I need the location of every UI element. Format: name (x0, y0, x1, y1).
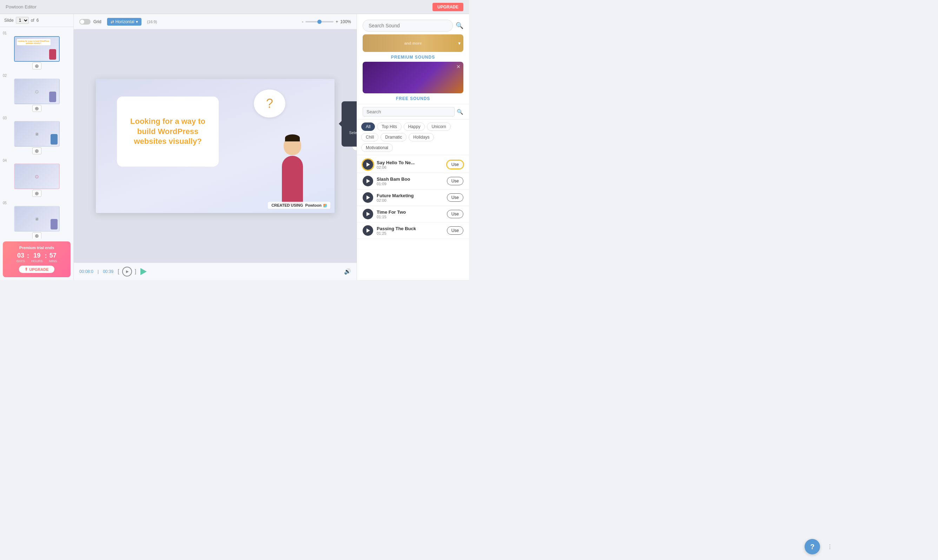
question-bubble: ? (254, 89, 285, 117)
speech-bubble[interactable]: Looking for a way to build WordPress web… (117, 97, 219, 167)
sound-duration: 02:00 (377, 198, 444, 203)
sound-duration: 01:09 (377, 182, 444, 186)
player-play-filled-button[interactable] (140, 268, 147, 275)
toggle-knob (80, 20, 84, 24)
character-hair (285, 134, 300, 142)
player-time-separator: | (98, 269, 99, 274)
upgrade-button-trial[interactable]: ⬆ UPGRADE (19, 266, 54, 273)
upgrade-button[interactable]: UPGRADE (433, 3, 464, 11)
slide-number: 03 (3, 116, 9, 120)
filter-tag-motivational[interactable]: Motivational (361, 143, 393, 152)
zoom-plus-label: + (336, 19, 338, 24)
question-mark: ? (266, 96, 273, 111)
filter-tag-holidays[interactable]: Holidays (409, 133, 434, 142)
play-sound-button[interactable] (363, 192, 373, 203)
list-item[interactable]: 01 Looking for a way to build WordPress … (0, 30, 73, 71)
slide-item-header: 05 (3, 201, 71, 205)
slide-action-button[interactable]: ⊕ (32, 190, 42, 197)
close-banner-button[interactable]: ✕ (456, 64, 461, 69)
slide-thumbnail[interactable]: 🖥 (14, 121, 60, 147)
volume-icon[interactable]: 🔊 (344, 268, 351, 275)
slide-thumbnail[interactable]: 🖥 (14, 206, 60, 232)
list-item: Future Marketing 02:00 Use (357, 189, 469, 206)
list-item: Passing The Buck 01:25 Use (357, 223, 469, 239)
list-item[interactable]: 05 🖥 ⊕ (0, 200, 73, 238)
search-sound-button[interactable]: 🔍 (456, 22, 464, 29)
sound-name: Say Hello To Ne... (377, 160, 444, 165)
slide-canvas[interactable]: Looking for a way to build WordPress web… (96, 79, 334, 213)
list-item[interactable]: 03 🖥 ⊕ (0, 115, 73, 156)
play-sound-button[interactable] (363, 159, 373, 170)
sound-duration: 02:06 (377, 165, 444, 169)
play-sound-button[interactable] (363, 176, 373, 186)
slide-number-select[interactable]: 1 (16, 17, 29, 24)
use-sound-button[interactable]: Use (447, 177, 464, 185)
slide-number: 05 (3, 201, 9, 205)
search-bar-icon: 🔍 (457, 109, 464, 115)
play-sound-button[interactable] (363, 225, 373, 236)
premium-banner-text: and more (404, 41, 422, 45)
play-outline-icon: ▶ (126, 269, 129, 273)
slide-action-button[interactable]: ⊕ (32, 232, 42, 238)
list-item[interactable]: 04 ⊙ ⊕ (0, 157, 73, 198)
filter-tag-all[interactable]: All (361, 123, 375, 131)
zoom-control: - + 100% (302, 19, 351, 24)
use-sound-button[interactable]: Use (447, 193, 464, 202)
topbar-right: UPGRADE (433, 3, 464, 11)
countdown-mins: 57 MINS (49, 252, 57, 263)
slide-action-button[interactable]: ⊕ (32, 105, 42, 112)
sound-name: Slash Bam Boo (377, 177, 444, 182)
filter-tag-top-hits[interactable]: Top Hits (377, 123, 401, 131)
play-icon (367, 212, 370, 216)
player-bracket-end[interactable]: ] (135, 268, 136, 275)
play-icon (367, 195, 370, 200)
slide-number: 01 (3, 31, 9, 35)
use-sound-button[interactable]: Use (447, 210, 464, 218)
horizontal-dropdown-icon: ▾ (136, 19, 138, 24)
bottom-player: 00:08:0 | 00:39 [ ▶ ] 🔊 (74, 263, 357, 280)
countdown-mins-value: 57 (49, 252, 57, 259)
premium-trial-box: Premium trial ends 03 DAYS : 19 HOURS : … (3, 242, 71, 277)
horizontal-button[interactable]: ⇄ Horizontal ▾ (107, 18, 142, 26)
slide-item-header: 01 (3, 31, 71, 35)
slide-thumbnail[interactable]: ⊙ (14, 163, 60, 189)
countdown-mins-label: MINS (49, 259, 57, 263)
slide-action-button[interactable]: ⊕ (32, 148, 42, 154)
free-banner: ✕ (363, 62, 464, 93)
player-bracket-start[interactable]: [ (118, 268, 119, 275)
slide-nav: Slide 1 of 6 (0, 14, 73, 27)
slide-item-header: 03 (3, 116, 71, 120)
search-sound-input[interactable] (363, 20, 453, 32)
player-play-outline-button[interactable]: ▶ (122, 267, 132, 277)
use-sound-button[interactable]: Use (447, 226, 464, 235)
filter-tag-unicorn[interactable]: Unicorn (427, 123, 450, 131)
play-sound-button[interactable] (363, 209, 373, 219)
toolbar-group-grid: Grid (79, 19, 102, 25)
slide-thumbnail[interactable]: ⊙ (14, 78, 60, 104)
zoom-percent-label: 100% (340, 19, 351, 24)
right-panel: 🔍 and more ▾ PREMIUM SOUNDS ✕ FREE SOUND… (357, 14, 469, 280)
watermark-brand: Powtoon (305, 203, 322, 208)
banner-dropdown-icon[interactable]: ▾ (458, 40, 461, 46)
filter-tag-chill[interactable]: Chill (361, 133, 379, 142)
slide-thumbnail[interactable]: Looking for a way to build WordPress web… (14, 36, 60, 62)
free-banner-wrap: ✕ (363, 62, 464, 93)
slide-thumb-content: ⊙ (15, 79, 59, 103)
list-item[interactable]: 02 ⊙ ⊕ (0, 72, 73, 113)
filter-tag-happy[interactable]: Happy (404, 123, 425, 131)
sound-info: Say Hello To Ne... 02:06 (377, 160, 444, 169)
swap-tooltip[interactable]: ⇄ SWAP Select a new sound to swap with t… (342, 102, 357, 147)
slide-action-button[interactable]: ⊕ (32, 63, 42, 69)
search-input[interactable] (363, 107, 454, 117)
filter-tag-dramatic[interactable]: Dramatic (380, 133, 407, 142)
zoom-slider[interactable] (305, 21, 334, 23)
countdown-hours: 19 HOURS (31, 252, 43, 263)
topbar-title: Powtoon Editor (6, 4, 37, 9)
grid-toggle[interactable] (79, 19, 91, 25)
use-sound-button[interactable]: Use (447, 160, 464, 169)
swap-title: SWAP (347, 123, 357, 128)
player-time-current: 00:08:0 (79, 269, 93, 274)
sidebar: Slide 1 of 6 01 Looking for a way to bui… (0, 14, 74, 280)
slide-list: 01 Looking for a way to build WordPress … (0, 27, 73, 238)
countdown-hours-label: HOURS (31, 259, 43, 263)
